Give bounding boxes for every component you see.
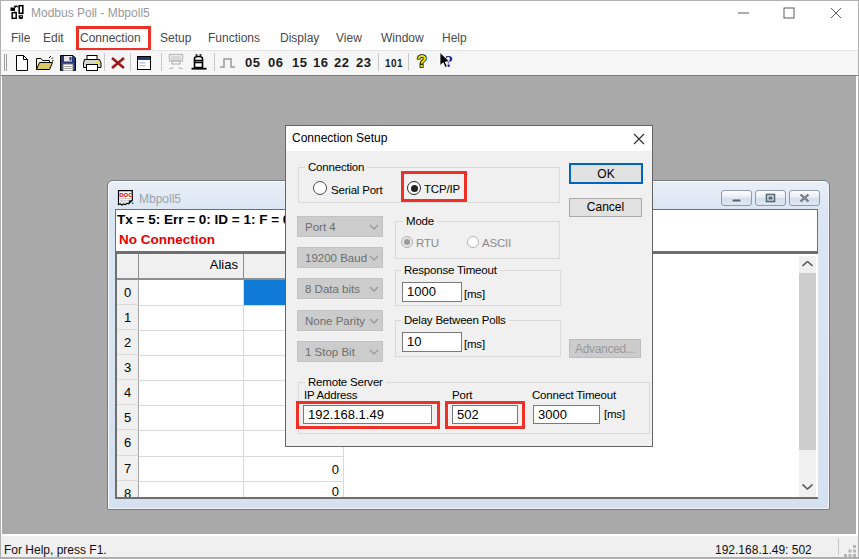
svg-text:DOC: DOC bbox=[119, 192, 133, 198]
svg-text:?: ? bbox=[417, 53, 427, 70]
